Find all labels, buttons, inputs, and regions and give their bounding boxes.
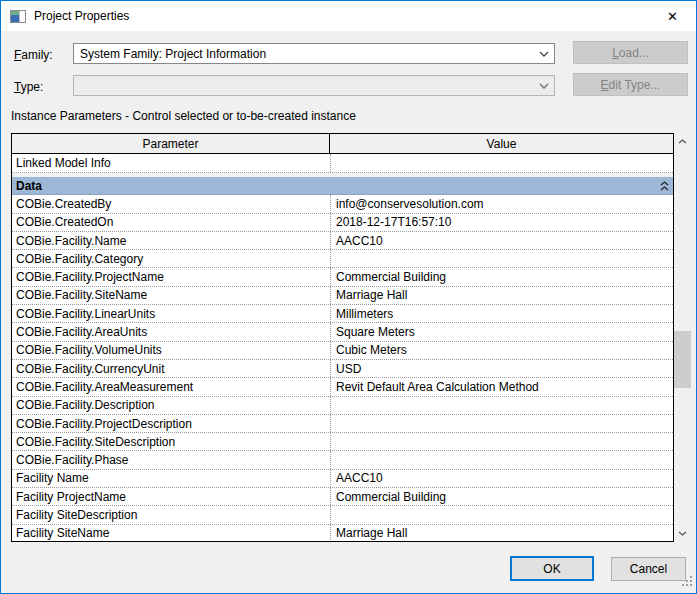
table-row[interactable]: Facility ProjectName Commercial Building	[12, 488, 673, 506]
table-row[interactable]: Linked Model Info	[12, 154, 673, 173]
title-bar[interactable]: Project Properties ✕	[1, 1, 696, 31]
dialog-icon	[10, 10, 26, 23]
edit-type-button[interactable]: Edit Type...	[573, 73, 688, 96]
type-label: Type:	[14, 80, 43, 94]
dialog-title: Project Properties	[34, 9, 129, 23]
table-body: COBie.CreatedBy info@conservesolution.co…	[12, 195, 673, 542]
parameter-cell: COBie.Facility.AreaUnits	[12, 323, 330, 340]
table-header: Parameter Value	[12, 134, 673, 154]
scrollbar-thumb[interactable]	[674, 331, 691, 388]
table-row[interactable]: COBie.Facility.Category	[12, 250, 673, 268]
table-row[interactable]: COBie.Facility.Name AACC10	[12, 232, 673, 250]
value-cell[interactable]: info@conservesolution.com	[330, 195, 673, 212]
cancel-button[interactable]: Cancel	[611, 557, 686, 581]
close-button[interactable]: ✕	[650, 2, 695, 30]
parameter-cell: COBie.Facility.Description	[12, 397, 330, 414]
table-row[interactable]: Facility Name AACC10	[12, 470, 673, 488]
parameter-cell: COBie.Facility.Name	[12, 232, 330, 249]
parameter-cell: COBie.CreatedBy	[12, 195, 330, 212]
family-combobox-value: System Family: Project Information	[74, 47, 534, 61]
family-label: Family:	[14, 48, 53, 62]
table-row[interactable]: COBie.Facility.CurrencyUnit USD	[12, 360, 673, 378]
value-cell[interactable]	[330, 154, 673, 172]
table-row[interactable]: COBie.Facility.ProjectName Commercial Bu…	[12, 268, 673, 286]
parameter-table: Parameter Value Linked Model Info Data C…	[11, 133, 691, 542]
data-group-header[interactable]: Data	[12, 177, 673, 195]
parameter-cell: Facility Name	[12, 470, 330, 487]
value-cell[interactable]	[330, 397, 673, 414]
collapse-group-icon[interactable]	[655, 181, 673, 191]
parameter-cell: COBie.Facility.LinearUnits	[12, 305, 330, 322]
project-properties-dialog: Project Properties ✕ Family: System Fami…	[0, 0, 697, 594]
load-button[interactable]: Load...	[573, 41, 688, 64]
parameter-cell: COBie.Facility.AreaMeasurement	[12, 378, 330, 395]
table-row[interactable]: COBie.Facility.SiteName Marriage Hall	[12, 287, 673, 305]
parameter-cell: COBie.Facility.Phase	[12, 451, 330, 468]
table-row[interactable]: COBie.CreatedOn 2018-12-17T16:57:10	[12, 214, 673, 232]
parameter-cell: Facility SiteDescription	[12, 506, 330, 523]
close-icon: ✕	[667, 9, 678, 24]
table-row[interactable]: COBie.Facility.Description	[12, 397, 673, 415]
table-row[interactable]: COBie.CreatedBy info@conservesolution.co…	[12, 195, 673, 213]
scrollbar-track[interactable]	[674, 150, 691, 525]
table-row[interactable]: Facility SiteDescription	[12, 506, 673, 524]
value-cell[interactable]	[330, 415, 673, 432]
instance-parameters-note: Instance Parameters - Control selected o…	[11, 109, 356, 123]
parameter-cell: Facility SiteName	[12, 525, 330, 542]
value-cell[interactable]	[330, 250, 673, 267]
scroll-down-icon[interactable]	[674, 525, 691, 542]
value-cell[interactable]	[330, 506, 673, 523]
table-row[interactable]: Facility SiteName Marriage Hall	[12, 525, 673, 542]
value-cell[interactable]: Marriage Hall	[330, 525, 673, 542]
value-cell[interactable]: Square Meters	[330, 323, 673, 340]
value-cell[interactable]: Commercial Building	[330, 268, 673, 285]
chevron-down-icon[interactable]	[534, 51, 554, 57]
value-cell[interactable]: USD	[330, 360, 673, 377]
value-cell[interactable]: Revit Default Area Calculation Method	[330, 378, 673, 395]
parameter-cell: Linked Model Info	[12, 154, 330, 172]
parameter-cell: COBie.CreatedOn	[12, 214, 330, 231]
table-row[interactable]: COBie.Facility.AreaMeasurement Revit Def…	[12, 378, 673, 396]
parameter-cell: COBie.Facility.SiteDescription	[12, 433, 330, 450]
table-row[interactable]: COBie.Facility.LinearUnits Millimeters	[12, 305, 673, 323]
value-cell[interactable]: Millimeters	[330, 305, 673, 322]
family-combobox[interactable]: System Family: Project Information	[73, 43, 555, 64]
value-cell[interactable]: Cubic Meters	[330, 342, 673, 359]
group-label: Data	[12, 179, 655, 193]
parameter-grid: Parameter Value Linked Model Info Data C…	[11, 133, 674, 542]
parameter-cell: COBie.Facility.Category	[12, 250, 330, 267]
value-cell[interactable]: Commercial Building	[330, 488, 673, 505]
parameter-cell: Facility ProjectName	[12, 488, 330, 505]
value-cell[interactable]: 2018-12-17T16:57:10	[330, 214, 673, 231]
value-cell[interactable]: AACC10	[330, 232, 673, 249]
header-value[interactable]: Value	[330, 134, 673, 153]
table-row[interactable]: COBie.Facility.SiteDescription	[12, 433, 673, 451]
resize-grip[interactable]	[682, 576, 693, 590]
value-cell[interactable]: AACC10	[330, 470, 673, 487]
scroll-up-icon[interactable]	[674, 133, 691, 150]
table-row[interactable]: COBie.Facility.AreaUnits Square Meters	[12, 323, 673, 341]
header-parameter[interactable]: Parameter	[12, 134, 330, 153]
ok-button[interactable]: OK	[510, 556, 594, 581]
parameter-cell: COBie.Facility.CurrencyUnit	[12, 360, 330, 377]
value-cell[interactable]: Marriage Hall	[330, 287, 673, 304]
value-cell[interactable]	[330, 433, 673, 450]
parameter-cell: COBie.Facility.ProjectName	[12, 268, 330, 285]
table-row[interactable]: COBie.Facility.Phase	[12, 451, 673, 469]
table-row[interactable]: COBie.Facility.VolumeUnits Cubic Meters	[12, 342, 673, 360]
table-row[interactable]: COBie.Facility.ProjectDescription	[12, 415, 673, 433]
parameter-cell: COBie.Facility.SiteName	[12, 287, 330, 304]
type-combobox[interactable]	[73, 75, 555, 96]
chevron-down-icon	[534, 83, 554, 89]
vertical-scrollbar[interactable]	[674, 133, 691, 542]
parameter-cell: COBie.Facility.VolumeUnits	[12, 342, 330, 359]
parameter-cell: COBie.Facility.ProjectDescription	[12, 415, 330, 432]
value-cell[interactable]	[330, 451, 673, 468]
